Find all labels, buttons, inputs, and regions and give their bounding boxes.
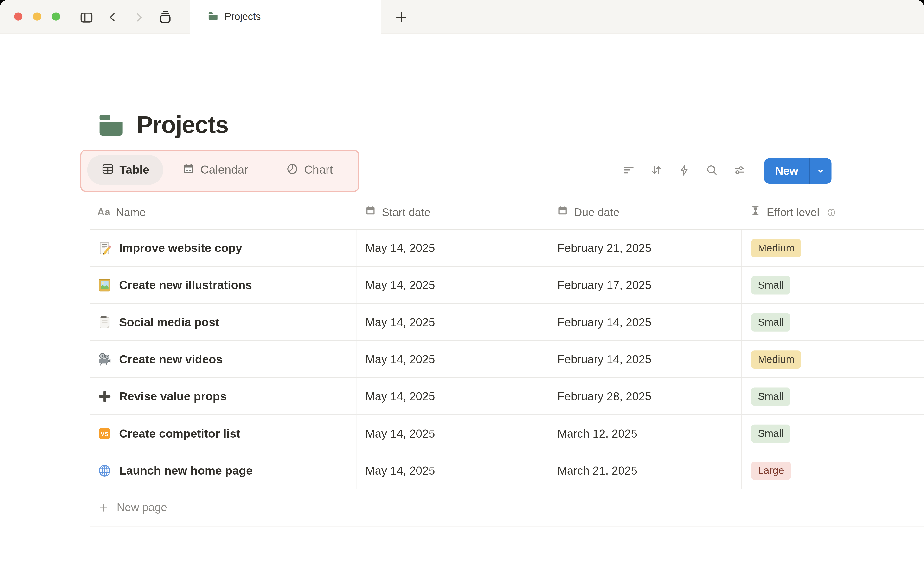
hourglass-icon — [750, 205, 761, 219]
forward-icon[interactable] — [132, 10, 145, 24]
effort-badge: Small — [751, 313, 790, 331]
cell-name[interactable]: Launch new home page — [90, 452, 357, 489]
chevron-down-icon — [816, 166, 825, 176]
tab-projects[interactable]: Projects — [190, 0, 381, 34]
table-row[interactable]: Social media post May 14, 2025 February … — [90, 304, 924, 341]
table-row[interactable]: Launch new home page May 14, 2025 March … — [90, 452, 924, 489]
effort-badge: Small — [751, 424, 790, 442]
table-row[interactable]: Improve website copy May 14, 2025 Februa… — [90, 230, 924, 267]
cell-due-date[interactable]: February 14, 2025 — [549, 341, 741, 377]
effort-badge: Small — [751, 387, 790, 405]
view-tab-chart[interactable]: Chart — [286, 155, 333, 185]
cell-effort-level[interactable]: Small — [741, 304, 924, 340]
table-row[interactable]: VS Create competitor list May 14, 2025 M… — [90, 415, 924, 452]
view-tab-label: Calendar — [200, 163, 248, 176]
cell-name[interactable]: Revise value props — [90, 378, 357, 414]
cell-name[interactable]: Social media post — [90, 304, 357, 340]
cell-name[interactable]: VS Create competitor list — [90, 415, 357, 452]
column-header-due-date[interactable]: Due date — [549, 195, 741, 229]
view-tab-table[interactable]: Table — [87, 155, 163, 185]
cell-start-date[interactable]: May 14, 2025 — [357, 267, 549, 303]
desktop: Projects Projects Table — [0, 0, 924, 577]
text-property-icon: Aa — [97, 206, 111, 218]
window-controls — [14, 12, 60, 21]
cell-name[interactable]: Create new illustrations — [90, 267, 357, 303]
cell-due-date[interactable]: March 12, 2025 — [549, 415, 741, 452]
new-button[interactable]: New — [764, 158, 809, 184]
title-bar: Projects — [0, 0, 924, 34]
plus-icon — [98, 502, 109, 513]
tabs-overview-icon[interactable] — [158, 10, 173, 24]
page-title-text: Launch new home page — [119, 464, 253, 477]
calendar-icon — [365, 205, 376, 219]
back-icon[interactable] — [106, 10, 120, 24]
column-header-label: Due date — [574, 206, 619, 219]
calendar-icon — [557, 205, 569, 219]
plus-icon — [97, 389, 112, 404]
effort-badge: Medium — [751, 239, 801, 257]
column-header-label: Start date — [382, 206, 430, 219]
new-button-dropdown[interactable] — [810, 158, 832, 184]
new-tab-icon[interactable] — [394, 10, 409, 27]
sidebar-toggle-icon[interactable] — [79, 10, 94, 24]
page-title-text: Create competitor list — [119, 427, 241, 440]
page-title-text: Create new videos — [119, 353, 223, 366]
table-header-row: Aa Name Start date — [90, 195, 924, 230]
cell-due-date[interactable]: February 28, 2025 — [549, 378, 741, 414]
cell-due-date[interactable]: February 21, 2025 — [549, 230, 741, 266]
column-header-start-date[interactable]: Start date — [357, 195, 549, 229]
table-row[interactable]: Create new illustrations May 14, 2025 Fe… — [90, 267, 924, 304]
cell-start-date[interactable]: May 14, 2025 — [357, 304, 549, 340]
cell-start-date[interactable]: May 14, 2025 — [357, 230, 549, 266]
view-tab-label: Table — [120, 163, 149, 176]
table-row[interactable]: Create new videos May 14, 2025 February … — [90, 341, 924, 378]
sort-icon[interactable] — [650, 163, 663, 179]
projects-table: Aa Name Start date — [90, 195, 924, 526]
calendar-view-icon — [182, 162, 195, 178]
lightning-icon[interactable] — [678, 163, 691, 179]
column-header-effort-level[interactable]: Effort level — [741, 195, 924, 229]
memo-icon — [97, 240, 112, 255]
filter-icon[interactable] — [622, 163, 635, 179]
cell-name[interactable]: Create new videos — [90, 341, 357, 377]
table-row[interactable]: Revise value props May 14, 2025 February… — [90, 378, 924, 415]
new-page-label: New page — [117, 501, 167, 514]
cell-effort-level[interactable]: Medium — [741, 230, 924, 266]
cell-due-date[interactable]: February 17, 2025 — [549, 267, 741, 303]
table-view-icon — [101, 162, 114, 178]
notion-window: Projects Projects Table — [0, 0, 924, 577]
cell-effort-level[interactable]: Medium — [741, 341, 924, 377]
column-header-label: Effort level — [767, 206, 819, 219]
page-title[interactable]: Projects — [137, 111, 228, 139]
cell-effort-level[interactable]: Large — [741, 452, 924, 489]
info-icon[interactable] — [827, 207, 837, 218]
cell-due-date[interactable]: March 21, 2025 — [549, 452, 741, 489]
page-icon-folder[interactable] — [97, 111, 126, 142]
cell-effort-level[interactable]: Small — [741, 267, 924, 303]
page-title-text: Social media post — [119, 315, 219, 329]
cell-effort-level[interactable]: Small — [741, 415, 924, 452]
close-window-button[interactable] — [14, 12, 23, 21]
globe-icon — [97, 463, 112, 478]
cell-start-date[interactable]: May 14, 2025 — [357, 452, 549, 489]
minimize-window-button[interactable] — [33, 12, 41, 21]
effort-badge: Small — [751, 276, 790, 294]
titlebar-nav — [79, 10, 173, 25]
cell-start-date[interactable]: May 14, 2025 — [357, 378, 549, 414]
search-icon[interactable] — [705, 163, 718, 179]
view-tab-label: Chart — [304, 163, 333, 176]
cell-due-date[interactable]: February 14, 2025 — [549, 304, 741, 340]
cell-start-date[interactable]: May 14, 2025 — [357, 341, 549, 377]
cell-effort-level[interactable]: Small — [741, 378, 924, 414]
effort-badge: Medium — [751, 350, 801, 368]
new-page-button[interactable]: New page — [90, 489, 924, 526]
view-settings-icon[interactable] — [733, 163, 746, 179]
cell-start-date[interactable]: May 14, 2025 — [357, 415, 549, 452]
view-tab-calendar[interactable]: Calendar — [182, 155, 248, 185]
column-header-name[interactable]: Aa Name — [90, 195, 357, 229]
vs-icon: VS — [97, 426, 112, 441]
cell-name[interactable]: Improve website copy — [90, 230, 357, 266]
folder-icon — [207, 10, 219, 24]
zoom-window-button[interactable] — [52, 12, 60, 21]
notepad-icon — [97, 315, 112, 329]
